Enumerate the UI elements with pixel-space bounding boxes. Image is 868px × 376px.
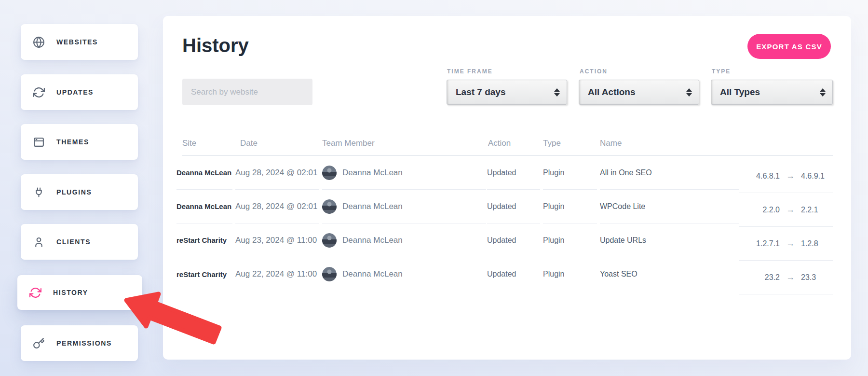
table-row-cell-site: reStart Charity: [176, 257, 232, 291]
table-row-cell-name: Update URLs: [600, 223, 739, 257]
version-arrow-icon: →: [786, 205, 795, 215]
refresh-icon: [29, 287, 41, 299]
table-row-cell-name: WPCode Lite: [600, 190, 739, 223]
sidebar-item-updates[interactable]: UPDATES: [21, 74, 138, 110]
column-header-name: Name: [600, 137, 622, 150]
table-row-cell-versions: 23.2 → 23.3: [739, 261, 833, 294]
table-row-cell-versions: 1.2.7.1 → 1.2.8: [739, 227, 833, 261]
plug-icon: [33, 186, 45, 198]
table-row-cell-action: Updated: [487, 257, 540, 291]
sidebar-item-label: THEMES: [56, 138, 89, 146]
column-header-type: Type: [543, 137, 561, 150]
time-frame-value: Last 7 days: [456, 87, 506, 97]
version-arrow-icon: →: [786, 171, 795, 181]
app: WEBSITES UPDATES THEMES PLUGINS CLIENTS …: [0, 0, 868, 376]
table-row-cell-date: Aug 28, 2024 @ 02:01: [235, 156, 319, 190]
table-row-cell-type: Plugin: [543, 257, 597, 291]
action-value: All Actions: [588, 87, 636, 97]
time-frame-select[interactable]: Last 7 days: [447, 80, 567, 105]
table-row-cell-date: Aug 23, 2024 @ 11:00: [235, 223, 319, 257]
table-row-cell-type: Plugin: [543, 156, 597, 190]
page-title: History: [182, 35, 249, 56]
version-arrow-icon: →: [786, 272, 795, 282]
sidebar-item-label: CLIENTS: [56, 238, 91, 246]
sidebar-item-label: WEBSITES: [56, 38, 98, 46]
table-row-cell-action: Updated: [487, 223, 540, 257]
sidebar-item-websites[interactable]: WEBSITES: [21, 24, 138, 60]
select-arrows-icon: [686, 88, 692, 97]
sidebar-item-clients[interactable]: CLIENTS: [21, 224, 138, 260]
table-row-cell-type: Plugin: [543, 223, 597, 257]
avatar: [322, 267, 337, 281]
type-select[interactable]: All Types: [711, 80, 833, 105]
avatar: [322, 166, 337, 180]
sidebar-item-label: HISTORY: [53, 289, 88, 296]
version-arrow-icon: →: [786, 238, 795, 249]
sidebar-item-plugins[interactable]: PLUGINS: [21, 174, 138, 210]
table-row-cell-versions: 4.6.8.1 → 4.6.9.1: [739, 159, 833, 193]
sidebar-item-themes[interactable]: THEMES: [21, 124, 138, 160]
table-row-cell-site: reStart Charity: [176, 223, 232, 257]
avatar: [322, 233, 337, 248]
table-row-cell-action: Updated: [487, 190, 540, 223]
table-row-cell-name: All in One SEO: [600, 156, 739, 190]
table-row-cell-date: Aug 28, 2024 @ 02:01: [235, 190, 319, 223]
column-header-date: Date: [240, 137, 258, 150]
user-icon: [33, 236, 45, 248]
table-row-cell-team-member: Deanna McLean: [322, 190, 486, 223]
table-row-cell-team-member: Deanna McLean: [322, 257, 486, 291]
sidebar-item-label: UPDATES: [56, 88, 94, 96]
table-row-cell-type: Plugin: [543, 190, 597, 223]
search-input[interactable]: [182, 79, 312, 105]
column-header-site: Site: [182, 137, 196, 150]
refresh-icon: [33, 86, 45, 98]
table-row-cell-team-member: Deanna McLean: [322, 223, 486, 257]
table-row-cell-versions: 2.2.0 → 2.2.1: [739, 193, 833, 227]
action-select[interactable]: All Actions: [579, 80, 699, 105]
table-row-cell-team-member: Deanna McLean: [322, 156, 486, 190]
table-row-cell-site: Deanna McLean: [176, 190, 232, 223]
sidebar-item-history[interactable]: HISTORY: [17, 275, 142, 310]
sidebar-item-permissions[interactable]: PERMISSIONS: [21, 325, 138, 361]
select-arrows-icon: [820, 88, 826, 97]
table-row-cell-date: Aug 22, 2024 @ 11:00: [235, 257, 319, 291]
window-icon: [33, 136, 45, 148]
sidebar-item-label: PERMISSIONS: [56, 339, 112, 347]
time-frame-label: TIME FRAME: [447, 68, 493, 75]
table-row-cell-action: Updated: [487, 156, 540, 190]
column-header-action: Action: [488, 137, 511, 150]
table-row-cell-name: Yoast SEO: [600, 257, 739, 291]
select-arrows-icon: [554, 88, 560, 97]
action-label: ACTION: [580, 68, 608, 75]
export-csv-button[interactable]: EXPORT AS CSV: [747, 34, 831, 59]
table-row-cell-site: Deanna McLean: [176, 156, 232, 190]
globe-icon: [33, 36, 45, 48]
type-label: TYPE: [712, 68, 731, 75]
column-header-team-member: Team Member: [322, 137, 375, 150]
key-icon: [33, 337, 45, 349]
avatar: [322, 199, 337, 214]
type-value: All Types: [720, 87, 760, 97]
sidebar-item-label: PLUGINS: [56, 188, 92, 196]
